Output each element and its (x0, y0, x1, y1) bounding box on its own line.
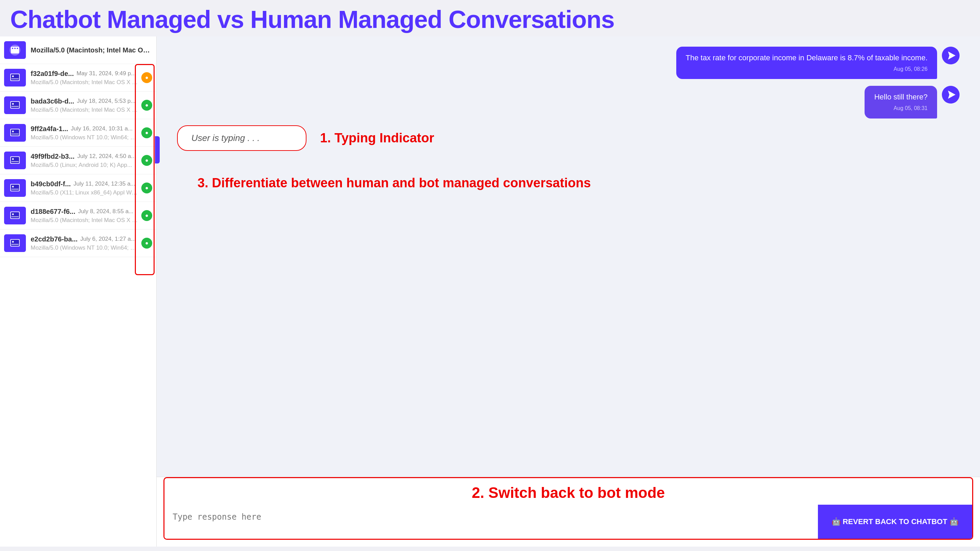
message-bubble: The tax rate for corporate income in Del… (676, 47, 937, 79)
typing-label: 1. Typing Indicator (320, 131, 434, 145)
svg-rect-20 (11, 161, 19, 162)
sidebar-item-date: July 8, 2024, 8:55 a... (78, 208, 134, 215)
message-text: The tax rate for corporate income in Del… (686, 53, 928, 63)
main-layout: Mozilla/5.0 (Macintosh; Intel Mac OS X 1… (0, 37, 980, 546)
sidebar-item-id: b49cb0df-f... (31, 180, 71, 188)
message-timestamp: Aug 05, 08:26 (686, 65, 928, 73)
list-item[interactable]: f32a01f9-de... May 31, 2024, 9:49 p... M… (0, 64, 156, 92)
sidebar-item-info: bada3c6b-d... July 18, 2024, 5:53 p... M… (31, 97, 138, 113)
sidebar-item-ua: Mozilla/5.0 (Macintosh; Intel Mac OS X 1… (31, 107, 138, 113)
svg-rect-22 (11, 185, 19, 191)
sidebar-item-date: July 6, 2024, 1:27 a... (80, 236, 136, 242)
list-item[interactable]: 49f9fbd2-b3... July 12, 2024, 4:50 a... … (0, 147, 156, 174)
revert-to-chatbot-button[interactable]: 🤖 REVERT BACK TO CHATBOT 🤖 (818, 505, 972, 539)
svg-rect-32 (11, 244, 19, 245)
typing-indicator: User is typing . . . (177, 125, 307, 151)
chat-messages: The tax rate for corporate income in Del… (157, 37, 980, 477)
svg-point-2 (12, 48, 13, 49)
sidebar-item-info: Mozilla/5.0 (Macintosh; Intel Mac OS X 1… (31, 46, 152, 54)
status-badge: ● (141, 127, 152, 138)
sidebar-item-id: bada3c6b-d... (31, 97, 74, 105)
svg-rect-8 (11, 78, 19, 80)
feature-label-3: 3. Differentiate between human and bot m… (177, 161, 959, 205)
svg-point-3 (14, 48, 16, 49)
sidebar-item-ua: Mozilla/5.0 (Windows NT 10.0; Win64; x6.… (31, 134, 138, 141)
svg-rect-10 (11, 102, 19, 108)
list-item[interactable]: Mozilla/5.0 (Macintosh; Intel Mac OS X 1… (0, 37, 156, 64)
svg-point-31 (12, 241, 14, 243)
svg-point-15 (12, 131, 14, 132)
sidebar-item-date: July 16, 2024, 10:31 a... (71, 125, 132, 132)
status-badge: ● (141, 210, 152, 221)
page-title: Chatbot Managed vs Human Managed Convers… (0, 0, 980, 37)
message-row: Hello still there? Aug 05, 08:31 (177, 86, 959, 118)
svg-marker-34 (948, 91, 956, 99)
svg-rect-18 (11, 157, 19, 163)
sidebar-item-info: 49f9fbd2-b3... July 12, 2024, 4:50 a... … (31, 153, 138, 169)
sidebar-item-date: July 11, 2024, 12:35 a... (73, 180, 135, 187)
sidebar-item-id: Mozilla/5.0 (Macintosh; Intel Mac OS X 1… (31, 46, 152, 54)
avatar (4, 151, 26, 169)
switch-label: 2. Switch back to bot mode (164, 477, 973, 505)
sidebar-item-info: e2cd2b76-ba... July 6, 2024, 1:27 a... M… (31, 235, 138, 251)
list-item[interactable]: 9ff2a4fa-1... July 16, 2024, 10:31 a... … (0, 119, 156, 147)
sidebar-item-ua: Mozilla/5.0 (Macintosh; Intel Mac OS X 1… (31, 217, 138, 224)
sidebar-item-info: d188e677-f6... July 8, 2024, 8:55 a... M… (31, 208, 138, 224)
message-timestamp: Aug 05, 08:31 (874, 105, 928, 112)
status-badge: ● (141, 72, 152, 83)
sidebar-item-id: e2cd2b76-ba... (31, 235, 78, 243)
svg-point-19 (12, 158, 14, 160)
sidebar-item-info: f32a01f9-de... May 31, 2024, 9:49 p... M… (31, 70, 138, 86)
chat-panel: The tax rate for corporate income in Del… (157, 37, 980, 546)
svg-point-7 (12, 76, 14, 77)
avatar (4, 69, 26, 86)
side-tab[interactable] (155, 136, 160, 164)
avatar (4, 234, 26, 252)
status-badge: ● (141, 100, 152, 111)
message-row: The tax rate for corporate income in Del… (177, 47, 959, 79)
chat-send-icon (942, 86, 959, 104)
list-item[interactable]: b49cb0df-f... July 11, 2024, 12:35 a... … (0, 174, 156, 202)
svg-point-23 (12, 186, 14, 188)
message-bubble: Hello still there? Aug 05, 08:31 (865, 86, 937, 118)
sidebar-item-ua: Mozilla/5.0 (Linux; Android 10; K) App..… (31, 162, 138, 169)
svg-point-27 (12, 213, 14, 215)
sidebar-item-id: f32a01f9-de... (31, 70, 74, 78)
sidebar-item-ua: Mozilla/5.0 (Macintosh; Intel Mac OS X 1… (31, 79, 138, 86)
typing-text: User is typing . . . (191, 133, 260, 143)
avatar (4, 124, 26, 142)
typing-indicator-row: User is typing . . . 1. Typing Indicator (177, 125, 959, 151)
bottom-panel: 2. Switch back to bot mode 🤖 REVERT BACK… (157, 477, 980, 546)
sidebar-item-date: July 18, 2024, 5:53 p... (77, 98, 135, 105)
status-badge: ● (141, 183, 152, 193)
svg-rect-26 (11, 212, 19, 218)
response-input[interactable] (164, 505, 818, 539)
sidebar-item-ua: Mozilla/5.0 (Windows NT 10.0; Win64; x0.… (31, 245, 138, 251)
list-item[interactable]: bada3c6b-d... July 18, 2024, 5:53 p... M… (0, 92, 156, 119)
avatar (4, 41, 26, 59)
sidebar-item-info: b49cb0df-f... July 11, 2024, 12:35 a... … (31, 180, 138, 196)
avatar (4, 207, 26, 225)
sidebar-item-ua: Mozilla/5.0 (X11; Linux x86_64) Appl We.… (31, 190, 138, 196)
avatar (4, 179, 26, 197)
svg-rect-30 (11, 240, 19, 246)
message-text: Hello still there? (874, 92, 928, 102)
svg-rect-6 (11, 74, 19, 80)
svg-rect-14 (11, 129, 19, 135)
chat-send-icon (942, 47, 959, 64)
list-item[interactable]: e2cd2b76-ba... July 6, 2024, 1:27 a... M… (0, 229, 156, 257)
svg-rect-16 (11, 134, 19, 134)
status-badge: ● (141, 238, 152, 248)
sidebar-item-info: 9ff2a4fa-1... July 16, 2024, 10:31 a... … (31, 125, 138, 141)
avatar (4, 96, 26, 114)
svg-rect-24 (11, 189, 19, 190)
svg-point-4 (17, 48, 18, 49)
sidebar-item-id: d188e677-f6... (31, 208, 75, 215)
input-row: 🤖 REVERT BACK TO CHATBOT 🤖 (164, 505, 973, 540)
svg-marker-33 (948, 51, 956, 60)
svg-point-11 (12, 103, 14, 105)
sidebar-item-id: 49f9fbd2-b3... (31, 153, 75, 161)
list-item[interactable]: d188e677-f6... July 8, 2024, 8:55 a... M… (0, 202, 156, 229)
svg-rect-28 (11, 216, 19, 217)
conversation-sidebar[interactable]: Mozilla/5.0 (Macintosh; Intel Mac OS X 1… (0, 37, 157, 546)
